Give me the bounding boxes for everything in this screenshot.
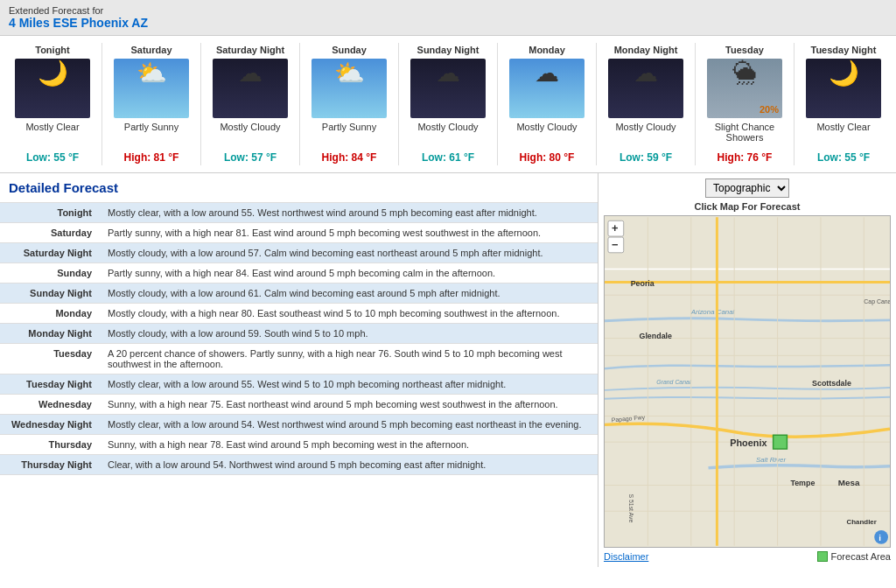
condition-2: Mostly Cloudy (205, 122, 296, 146)
forecast-cell-4: Sunday Night ☁ Mostly Cloudy Low: 61 °F (399, 43, 498, 165)
period-label-9: Wednesday (0, 395, 101, 415)
svg-text:Phoenix: Phoenix (730, 438, 766, 448)
table-row: Monday Mostly cloudy, with a high near 8… (0, 304, 598, 324)
temp-3: High: 84 °F (304, 151, 395, 164)
weather-icon-6: ☁ (634, 60, 658, 87)
period-label-0: Tonight (0, 203, 101, 223)
weather-icon-3: ⛅ (334, 60, 365, 87)
table-row: Wednesday Sunny, with a high near 75. Ea… (0, 395, 598, 415)
header-label: Extended Forecast for (9, 5, 887, 16)
weather-icon-8: 🌙 (829, 60, 859, 87)
detailed-forecast-title: Detailed Forecast (0, 173, 598, 203)
condition-4: Mostly Cloudy (402, 122, 494, 146)
table-row: Thursday Sunny, with a high near 78. Eas… (0, 435, 598, 455)
period-label-11: Thursday (0, 435, 101, 455)
svg-point-35 (874, 530, 888, 544)
weather-icon-7: 🌦 (732, 60, 757, 87)
svg-text:+: + (612, 221, 619, 234)
weather-img-0: 🌙 (15, 59, 90, 118)
forecast-cell-0: Tonight 🌙 Mostly Clear Low: 55 °F (4, 43, 102, 165)
table-row: Tuesday Night Mostly clear, with a low a… (0, 374, 598, 395)
condition-8: Mostly Clear (798, 122, 889, 146)
weather-img-6: ☁ (608, 59, 683, 118)
weather-img-7: 🌦 20% (707, 59, 782, 118)
weather-img-3: ⛅ (312, 59, 387, 118)
temp-7: High: 76 °F (699, 151, 790, 164)
svg-text:Tempe: Tempe (790, 479, 815, 487)
weather-icon-5: ☁ (535, 60, 559, 87)
svg-text:S 51st Ave: S 51st Ave (628, 494, 634, 522)
table-row: Thursday Night Clear, with a low around … (0, 455, 598, 475)
map-panel: TopographicSatelliteStreet Click Map For… (598, 173, 896, 567)
map-type-select[interactable]: TopographicSatelliteStreet (705, 178, 789, 198)
svg-text:Chandler: Chandler (847, 518, 877, 526)
weather-icon-1: ⛅ (136, 60, 167, 87)
svg-text:Arizona Canal: Arizona Canal (690, 308, 735, 316)
day-label-6: Monday Night (600, 45, 691, 55)
svg-text:Grand Canal: Grand Canal (656, 379, 691, 385)
main-content: Detailed Forecast Tonight Mostly clear, … (0, 173, 896, 567)
table-row: Sunday Partly sunny, with a high near 84… (0, 263, 598, 284)
svg-text:i: i (878, 533, 881, 542)
period-desc-9: Sunny, with a high near 75. East northea… (101, 395, 598, 415)
weather-img-1: ⛅ (114, 59, 189, 118)
weather-img-4: ☁ (410, 59, 486, 118)
forecast-cell-6: Monday Night ☁ Mostly Cloudy Low: 59 °F (597, 43, 696, 165)
condition-0: Mostly Clear (7, 122, 98, 146)
period-desc-10: Mostly clear, with a low around 54. West… (101, 415, 598, 435)
period-desc-5: Mostly cloudy, with a high near 80. East… (101, 304, 598, 324)
forecast-grid: Tonight 🌙 Mostly Clear Low: 55 °F Saturd… (0, 36, 896, 173)
day-label-2: Saturday Night (205, 45, 296, 55)
table-row: Sunday Night Mostly cloudy, with a low a… (0, 284, 598, 304)
period-desc-3: Partly sunny, with a high near 84. East … (101, 263, 598, 284)
disclaimer-link[interactable]: Disclaimer (604, 551, 648, 562)
weather-img-5: ☁ (509, 59, 584, 118)
day-label-1: Saturday (106, 45, 197, 55)
period-label-8: Tuesday Night (0, 374, 101, 395)
day-label-5: Monday (501, 45, 592, 55)
forecast-area-legend: Forecast Area (817, 551, 891, 562)
map-controls: TopographicSatelliteStreet (604, 178, 891, 198)
weather-img-2: ☁ (213, 59, 288, 118)
table-row: Saturday Partly sunny, with a high near … (0, 223, 598, 243)
period-desc-4: Mostly cloudy, with a low around 61. Cal… (101, 284, 598, 304)
weather-icon-0: 🌙 (38, 60, 68, 87)
forecast-cell-8: Tuesday Night 🌙 Mostly Clear Low: 55 °F (794, 43, 892, 165)
map-container[interactable]: Arizona Canal Grand Canal Salt River (604, 215, 891, 548)
svg-text:Cap Canal: Cap Canal (864, 298, 890, 305)
condition-1: Partly Sunny (106, 122, 197, 146)
period-label-4: Sunday Night (0, 284, 101, 304)
svg-text:Glendale: Glendale (640, 332, 673, 340)
forecast-cell-3: Sunday ⛅ Partly Sunny High: 84 °F (300, 43, 399, 165)
table-row: Monday Night Mostly cloudy, with a low a… (0, 324, 598, 344)
period-label-10: Wednesday Night (0, 415, 101, 435)
header-bar: Extended Forecast for 4 Miles ESE Phoeni… (0, 0, 896, 36)
forecast-cell-1: Saturday ⛅ Partly Sunny High: 81 °F (102, 43, 201, 165)
day-label-0: Tonight (7, 45, 98, 55)
forecast-cell-7: Tuesday 🌦 20% Slight Chance Showers High… (696, 43, 794, 165)
legend-label: Forecast Area (831, 551, 891, 562)
condition-6: Mostly Cloudy (600, 122, 691, 146)
map-svg: Arizona Canal Grand Canal Salt River (605, 216, 890, 547)
period-desc-7: A 20 percent chance of showers. Partly s… (101, 344, 598, 374)
click-map-label: Click Map For Forecast (604, 201, 891, 212)
period-desc-1: Partly sunny, with a high near 81. East … (101, 223, 598, 243)
svg-text:Salt River: Salt River (756, 456, 787, 464)
period-desc-2: Mostly cloudy, with a low around 57. Cal… (101, 243, 598, 263)
forecast-cell-5: Monday ☁ Mostly Cloudy High: 80 °F (498, 43, 597, 165)
period-label-7: Tuesday (0, 344, 101, 374)
map-footer: Disclaimer Forecast Area (604, 551, 891, 562)
temp-0: Low: 55 °F (7, 151, 98, 164)
svg-text:Peoria: Peoria (631, 279, 654, 288)
temp-5: High: 80 °F (501, 151, 592, 164)
condition-7: Slight Chance Showers (699, 122, 790, 146)
detailed-forecast-panel: Detailed Forecast Tonight Mostly clear, … (0, 173, 598, 567)
day-label-3: Sunday (304, 45, 395, 55)
day-label-4: Sunday Night (402, 45, 494, 55)
temp-2: Low: 57 °F (205, 151, 296, 164)
legend-box (817, 551, 828, 562)
table-row: Tuesday A 20 percent chance of showers. … (0, 344, 598, 374)
table-row: Saturday Night Mostly cloudy, with a low… (0, 243, 598, 263)
temp-8: Low: 55 °F (798, 151, 889, 164)
condition-3: Partly Sunny (304, 122, 395, 146)
